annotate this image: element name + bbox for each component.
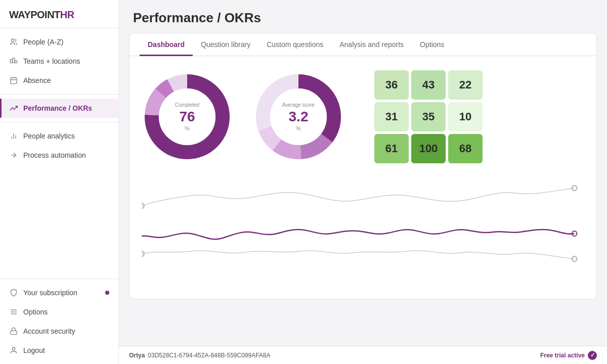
footer-left: Ortya 03D528C1-6794-452A-848B-559C099AFA… <box>129 352 271 359</box>
score-cell-0-1: 43 <box>411 70 446 100</box>
logo-area: WAYPOINTHR <box>0 0 118 28</box>
sidebar-item-account-security[interactable]: Account security <box>0 322 118 341</box>
sidebar-item-performance[interactable]: Performance / OKRs <box>0 99 118 118</box>
main-content: Performance / OKRs Dashboard Question li… <box>119 0 607 364</box>
svg-rect-3 <box>15 61 17 63</box>
sidebar-label-people: People (A-Z) <box>23 38 63 46</box>
avg-score-title: Average score <box>282 102 315 108</box>
tab-bar: Dashboard Question library Custom questi… <box>129 33 596 56</box>
completed-unit: % <box>175 125 199 131</box>
process-icon <box>9 151 18 160</box>
people-icon <box>9 37 18 47</box>
svg-rect-14 <box>11 331 17 334</box>
sidebar-item-logout[interactable]: Logout <box>0 341 118 360</box>
score-cell-0-2: 22 <box>448 70 483 100</box>
sidebar-item-absence[interactable]: Absence <box>0 71 118 90</box>
footer-trial-text: Free trial active <box>540 352 585 359</box>
tab-custom-questions[interactable]: Custom questions <box>258 33 331 56</box>
sidebar-label-analytics: People analytics <box>23 132 75 140</box>
sidebar-item-options[interactable]: Options <box>0 302 118 322</box>
score-cell-2-2: 68 <box>448 134 483 163</box>
sidebar-label-subscription: Your subscription <box>23 289 77 297</box>
logo: WAYPOINTHR <box>9 9 109 21</box>
lock-icon <box>9 327 18 336</box>
completed-donut: Completed 76 % <box>142 71 233 162</box>
sidebar-nav: People (A-Z) Teams + locations Absence <box>0 28 118 275</box>
teams-icon <box>9 57 18 66</box>
sidebar-item-people[interactable]: People (A-Z) <box>0 32 118 52</box>
sidebar-label-options: Options <box>23 308 48 316</box>
avg-score-unit: % <box>282 125 315 131</box>
sidebar-label-absence: Absence <box>23 76 51 84</box>
sidebar-label-logout: Logout <box>23 346 45 354</box>
logo-waypoint: WAYPOINT <box>9 9 60 20</box>
sidebar: WAYPOINTHR People (A-Z) Teams + location… <box>0 0 119 364</box>
sidebar-label-performance: Performance / OKRs <box>23 104 92 112</box>
page-title: Performance / OKRs <box>133 10 593 26</box>
avg-score-label: Average score 3.2 % <box>282 102 315 132</box>
sidebar-label-process: Process automation <box>23 151 86 159</box>
footer-id: 03D528C1-6794-452A-848B-559C099AFA8A <box>148 352 270 359</box>
content-area: Dashboard Question library Custom questi… <box>119 33 607 346</box>
score-cell-1-0: 31 <box>374 102 409 131</box>
sidebar-item-process[interactable]: Process automation <box>0 146 118 165</box>
main-card: Dashboard Question library Custom questi… <box>129 33 597 299</box>
completed-title: Completed <box>175 102 199 108</box>
charts-row: Completed 76 % <box>142 70 584 163</box>
footer-right: Free trial active ✓ <box>540 351 597 360</box>
footer-company: Ortya <box>129 352 145 359</box>
dashboard-content: Completed 76 % <box>129 56 596 299</box>
sidebar-label-account-security: Account security <box>23 327 75 335</box>
score-cell-2-1: 100 <box>411 134 446 163</box>
svg-rect-1 <box>10 60 12 63</box>
svg-point-15 <box>12 347 15 350</box>
avg-score-value: 3.2 <box>282 108 315 125</box>
tab-analysis-reports[interactable]: Analysis and reports <box>331 33 412 56</box>
completed-value: 76 <box>175 108 199 125</box>
svg-rect-4 <box>11 78 17 84</box>
analytics-icon <box>9 131 18 141</box>
shield-icon <box>9 288 18 297</box>
score-cell-2-0: 61 <box>374 134 409 163</box>
user-icon <box>9 346 18 355</box>
options-icon <box>9 307 18 316</box>
avg-score-donut: Average score 3.2 % <box>253 71 344 162</box>
trial-check-icon: ✓ <box>588 351 597 360</box>
tab-options[interactable]: Options <box>412 33 452 56</box>
score-cell-0-0: 36 <box>374 70 409 100</box>
sidebar-item-analytics[interactable]: People analytics <box>0 126 118 146</box>
tab-dashboard[interactable]: Dashboard <box>140 33 193 56</box>
score-grid: 3643223135106110068 <box>374 70 483 163</box>
footer-bar: Ortya 03D528C1-6794-452A-848B-559C099AFA… <box>119 346 607 364</box>
score-cell-1-1: 35 <box>411 102 446 131</box>
sidebar-bottom: Your subscription Options Account securi… <box>0 275 118 364</box>
page-header: Performance / OKRs <box>119 0 607 33</box>
score-cell-1-2: 10 <box>448 102 483 131</box>
absence-icon <box>9 76 18 85</box>
sidebar-label-teams: Teams + locations <box>23 57 80 65</box>
svg-rect-2 <box>13 58 15 63</box>
svg-point-0 <box>11 39 14 41</box>
completed-label: Completed 76 % <box>175 102 199 132</box>
subscription-badge <box>105 291 109 295</box>
performance-icon <box>9 104 18 113</box>
sidebar-item-subscription[interactable]: Your subscription <box>0 283 118 302</box>
tab-question-library[interactable]: Question library <box>193 33 258 56</box>
line-chart <box>142 175 584 287</box>
sidebar-item-teams[interactable]: Teams + locations <box>0 52 118 71</box>
logo-hr: HR <box>60 9 74 20</box>
